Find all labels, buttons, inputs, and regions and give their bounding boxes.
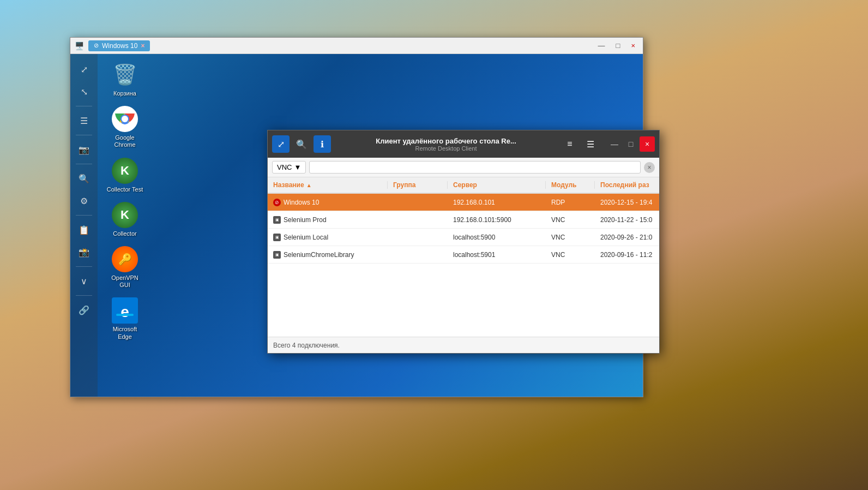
sort-indicator: ▲	[306, 182, 312, 188]
table-row[interactable]: ⊘ Windows 10 192.168.0.101 RDP 2020-12-1…	[268, 194, 659, 211]
vm-close-btn[interactable]: ×	[628, 40, 638, 51]
col-header-name[interactable]: Название ▲	[268, 181, 388, 189]
table-row[interactable]: ▣ Selenium Prod 192.168.0.101:5900 VNC 2…	[268, 211, 659, 229]
openvpn-icon: 🔑	[112, 246, 138, 272]
clear-icon: ×	[647, 164, 651, 171]
row-2-name: ▣ Selenium Prod	[268, 216, 388, 224]
rdp-info-btn[interactable]: ℹ	[314, 135, 331, 153]
sidebar-expand-btn[interactable]: ⤢	[74, 59, 94, 79]
rdp-expand-btn[interactable]: ⤢	[272, 135, 290, 153]
row-1-module: RDP	[546, 199, 595, 206]
status-text: Всего 4 подключения.	[273, 342, 340, 349]
rdp-title-main: Клиент удалённого рабочего стола Re...	[376, 137, 516, 145]
rdp-titlebar: ⤢ 🔍 ℹ Клиент удалённого рабочего стола R…	[268, 130, 659, 158]
sidebar-chevron-btn[interactable]: ∨	[74, 271, 94, 291]
svg-point-3	[122, 116, 128, 122]
keycollector-test-icon: K	[112, 158, 138, 184]
keycollector-test-label: Collector Test	[107, 186, 143, 193]
desktop-icons-container: 🗑️ Корзина	[103, 59, 147, 343]
vm-tab[interactable]: ⊘ Windows 10 ×	[88, 40, 150, 51]
keycollector-label: Collector	[113, 230, 136, 237]
row-3-server: localhost:5900	[448, 234, 546, 241]
sidebar-menu-btn[interactable]: ☰	[74, 111, 94, 130]
table-header: Название ▲ Группа Сервер Модуль Последни…	[268, 177, 659, 194]
svg-rect-6	[116, 314, 134, 316]
rdp-minimize-btn[interactable]: —	[607, 136, 622, 152]
search-input[interactable]	[309, 161, 641, 174]
sidebar-camera-btn[interactable]: 📸	[74, 242, 94, 262]
row-1-server: 192.168.0.101	[448, 199, 546, 206]
rdp-statusbar: Всего 4 подключения.	[268, 337, 659, 353]
row-3-name: ▣ Selenium Local	[268, 234, 388, 241]
vnc-connection-icon: ▣	[273, 216, 281, 224]
recycle-icon: 🗑️	[112, 62, 138, 88]
vm-titlebar: 🖥️ ⊘ Windows 10 × — □ ×	[70, 38, 643, 54]
desktop-icon-edge[interactable]: e Microsoft Edge	[103, 295, 147, 342]
row-4-module: VNC	[546, 251, 595, 259]
sidebar-settings-btn[interactable]: ⚙	[74, 191, 94, 211]
recycle-label: Корзина	[113, 90, 136, 97]
row-3-module: VNC	[546, 234, 595, 241]
edge-icon: e	[112, 297, 138, 324]
vnc-dropdown[interactable]: VNC ▼	[272, 161, 306, 174]
row-4-lasttime: 2020-09-16 - 11:2	[595, 251, 659, 259]
vm-icon: 🖥️	[75, 41, 84, 50]
row-1-lasttime: 2020-12-15 - 19:4	[595, 199, 659, 206]
rdp-close-btn[interactable]: ×	[640, 136, 655, 152]
table-row[interactable]: ▣ SeleniumChromeLibrary localhost:5901 V…	[268, 246, 659, 264]
col-header-module[interactable]: Модуль	[546, 181, 595, 189]
desktop-icon-keycollector[interactable]: K Collector	[103, 200, 147, 240]
win10-sidebar: ⤢ ⤡ ☰ 📷 🔍 ⚙ 📋 📸 ∨ 🔗	[70, 54, 98, 397]
rdp-client-window: ⤢ 🔍 ℹ Клиент удалённого рабочего стола R…	[267, 130, 660, 354]
row-2-server: 192.168.0.101:5900	[448, 216, 546, 224]
col-header-server[interactable]: Сервер	[448, 181, 546, 189]
openvpn-label: OpenVPN GUI	[105, 274, 144, 289]
rdp-list-btn[interactable]: ☰	[582, 135, 599, 153]
row-2-lasttime: 2020-11-22 - 15:0	[595, 216, 659, 224]
row-4-server: localhost:5901	[448, 251, 546, 259]
vnc-connection-icon: ▣	[273, 234, 281, 241]
rdp-title-sub: Remote Desktop Client	[415, 145, 477, 152]
desktop-icon-keycollector-test[interactable]: K Collector Test	[103, 156, 147, 195]
sidebar-collapse-btn[interactable]: ⤡	[74, 82, 94, 101]
sidebar-link-btn[interactable]: 🔗	[74, 300, 94, 320]
keycollector-icon: K	[112, 202, 138, 228]
desktop-icon-chrome[interactable]: Google Chrome	[103, 104, 147, 151]
rdp-window-controls: — □ ×	[607, 136, 655, 152]
vm-minimize-btn[interactable]: —	[595, 40, 608, 51]
vm-tab-close[interactable]: ×	[141, 42, 144, 50]
row-3-lasttime: 2020-09-26 - 21:0	[595, 234, 659, 241]
rdp-maximize-btn[interactable]: □	[623, 136, 638, 152]
vnc-dropdown-label: VNC	[277, 163, 292, 171]
vm-maximize-btn[interactable]: □	[613, 40, 624, 51]
row-4-name: ▣ SeleniumChromeLibrary	[268, 251, 388, 259]
chrome-label: Google Chrome	[105, 134, 144, 148]
vnc-connection-icon: ▣	[273, 251, 281, 259]
vm-tab-label: Windows 10	[102, 42, 137, 50]
svg-text:e: e	[120, 303, 129, 320]
desktop-icon-openvpn[interactable]: 🔑 OpenVPN GUI	[103, 244, 147, 291]
rdp-connection-icon: ⊘	[273, 199, 281, 206]
col-header-group[interactable]: Группа	[388, 181, 448, 189]
sidebar-zoom-in-btn[interactable]: 🔍	[74, 169, 94, 188]
table-body: ⊘ Windows 10 192.168.0.101 RDP 2020-12-1…	[268, 194, 659, 337]
row-1-name: ⊘ Windows 10	[268, 199, 388, 206]
connections-table: Название ▲ Группа Сервер Модуль Последни…	[268, 177, 659, 337]
vm-tab-icon: ⊘	[94, 42, 99, 49]
search-clear-btn[interactable]: ×	[644, 162, 655, 173]
rdp-search-btn[interactable]: 🔍	[293, 135, 310, 153]
sidebar-screenshot-btn[interactable]: 📷	[74, 140, 94, 159]
rdp-title-section: Клиент удалённого рабочего стола Re... R…	[334, 137, 558, 152]
chrome-icon	[112, 106, 138, 132]
vnc-dropdown-arrow: ▼	[294, 163, 301, 171]
row-2-module: VNC	[546, 216, 595, 224]
rdp-search-bar: VNC ▼ ×	[268, 158, 659, 177]
col-header-lasttime[interactable]: Последний раз	[595, 181, 659, 189]
desktop-icon-recycle[interactable]: 🗑️ Корзина	[103, 59, 147, 99]
table-row[interactable]: ▣ Selenium Local localhost:5900 VNC 2020…	[268, 229, 659, 246]
rdp-list-detailed-btn[interactable]: ≡	[561, 135, 578, 153]
edge-label: Microsoft Edge	[105, 326, 144, 340]
sidebar-clipboard-btn[interactable]: 📋	[74, 220, 94, 240]
